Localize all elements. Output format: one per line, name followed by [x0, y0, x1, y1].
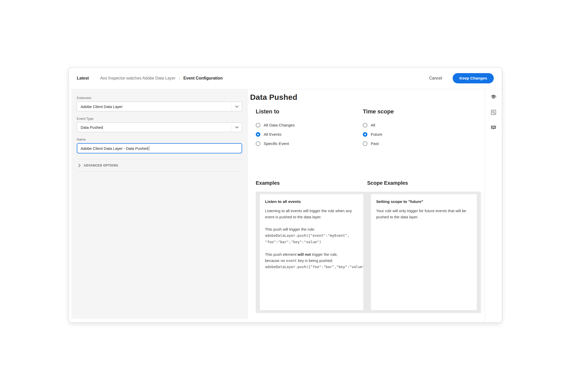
scope-card-title: Setting scope to "future"	[376, 199, 472, 204]
event-config-main: Data Pushed Listen to All Data Changes A…	[248, 89, 485, 322]
radio-past[interactable]: Past	[363, 139, 481, 148]
listen-to-section: Listen to All Data Changes All Events	[256, 108, 363, 148]
name-input-value: Adobe Client Data Layer - Data Pushed	[81, 146, 148, 151]
page: { "ui": { "accent_blue": "#1373e6", "rad…	[0, 0, 570, 392]
radio-label: Future	[371, 132, 382, 137]
breadcrumb-parent[interactable]: Avo Inspector watches Adobe Data Layer	[100, 76, 175, 81]
radio-selected-icon	[256, 132, 260, 137]
page-title: Data Pushed	[250, 93, 481, 102]
version-label: Latest	[77, 76, 89, 81]
example-text: trigger the rule,	[311, 252, 338, 257]
extension-label: Extension	[77, 96, 242, 100]
example-inline-code: event	[286, 259, 297, 263]
example-text-bold: will not	[298, 252, 311, 257]
examples-container: Listen to all events Listening to all ev…	[256, 192, 481, 313]
cancel-button[interactable]: Cancel	[429, 76, 442, 81]
divider	[77, 171, 242, 172]
radio-label: Specific Event	[264, 141, 289, 146]
breadcrumb-separator-icon: ›	[179, 76, 180, 81]
example-text: This push element	[265, 252, 298, 257]
examples-heading: Examples	[256, 180, 367, 186]
example-code: adobeDataLayer.push({"event":"myEvent", …	[265, 233, 349, 244]
listen-example-card: Listen to all events Listening to all ev…	[260, 194, 363, 310]
text-caret	[149, 146, 149, 151]
radio-all[interactable]: All	[363, 121, 481, 130]
event-config-sidebar: Extension Adobe Client Data Layer Event …	[72, 89, 248, 319]
example-paragraph: This push element will not trigger the r…	[265, 251, 358, 270]
options-columns: Listen to All Data Changes All Events	[256, 108, 481, 148]
card-gutter-overlay	[363, 194, 371, 310]
time-scope-heading: Time scope	[363, 108, 481, 115]
radio-icon	[256, 123, 260, 128]
radio-icon	[363, 123, 367, 128]
time-scope-section: Time scope All Future Past	[363, 108, 481, 148]
example-card-title: Listen to all events	[265, 199, 358, 204]
chevron-right-icon	[78, 164, 81, 167]
radio-label: All	[371, 123, 375, 128]
chevron-down-icon	[232, 102, 242, 111]
event-type-field: Event Type Data Pushed	[77, 117, 242, 132]
example-text: This push will trigger the rule:	[265, 227, 315, 231]
document-search-icon[interactable]	[490, 109, 497, 116]
radio-all-data-changes[interactable]: All Data Changes	[256, 121, 363, 130]
radio-label: All Data Changes	[264, 123, 295, 128]
extension-select[interactable]: Adobe Client Data Layer	[77, 102, 242, 111]
scope-examples-heading: Scope Examples	[367, 180, 408, 186]
radio-future[interactable]: Future	[363, 130, 481, 139]
chevron-down-icon	[232, 123, 242, 132]
radio-icon	[363, 141, 367, 146]
name-field: Name Adobe Client Data Layer - Data Push…	[77, 138, 242, 153]
event-type-select-value: Data Pushed	[77, 125, 232, 130]
radio-icon	[256, 141, 260, 146]
advanced-options-toggle[interactable]: ADVANCED OPTIONS	[77, 159, 242, 171]
example-text: because no	[265, 258, 286, 263]
listen-to-radio-group: All Data Changes All Events Specific Eve…	[256, 121, 363, 148]
breadcrumb-current: Event Configuration	[183, 76, 223, 81]
examples-headings: Examples Scope Examples	[256, 180, 481, 186]
radio-label: Past	[371, 141, 379, 146]
example-text: key is being pushed:	[297, 258, 333, 263]
name-input[interactable]: Adobe Client Data Layer - Data Pushed	[77, 143, 242, 153]
help-rail	[485, 89, 502, 322]
example-paragraph: Listening to all events will trigger the…	[265, 208, 358, 220]
name-label: Name	[77, 138, 242, 141]
extension-select-value: Adobe Client Data Layer	[77, 104, 232, 109]
extension-field: Extension Adobe Client Data Layer	[77, 96, 242, 111]
scope-card-body: Your rule will only trigger for future e…	[376, 208, 472, 220]
radio-all-events[interactable]: All Events	[256, 130, 363, 139]
radio-selected-icon	[363, 132, 367, 137]
dialog-body: Extension Adobe Client Data Layer Event …	[69, 89, 502, 322]
scope-example-card: Setting scope to "future" Your rule will…	[371, 194, 477, 310]
comment-icon[interactable]	[490, 124, 497, 131]
example-code-overflowing: adobeDataLayer.push({"foo":"bar","key":"…	[265, 264, 369, 270]
listen-to-heading: Listen to	[256, 108, 363, 115]
example-paragraph: This push will trigger the rule:adobeDat…	[265, 226, 358, 245]
time-scope-radio-group: All Future Past	[363, 121, 481, 148]
radio-label: All Events	[264, 132, 281, 137]
advanced-options-label: ADVANCED OPTIONS	[84, 164, 118, 167]
event-type-label: Event Type	[77, 117, 242, 121]
radio-specific-event[interactable]: Specific Event	[256, 139, 363, 148]
examples-section: Examples Scope Examples Listen to all ev…	[256, 180, 481, 313]
event-configuration-dialog: Latest Avo Inspector watches Adobe Data …	[68, 67, 502, 323]
dialog-header: Latest Avo Inspector watches Adobe Data …	[69, 67, 502, 89]
event-type-select[interactable]: Data Pushed	[77, 122, 242, 132]
graduation-cap-icon[interactable]	[490, 94, 497, 100]
keep-changes-button[interactable]: Keep Changes	[453, 73, 494, 83]
